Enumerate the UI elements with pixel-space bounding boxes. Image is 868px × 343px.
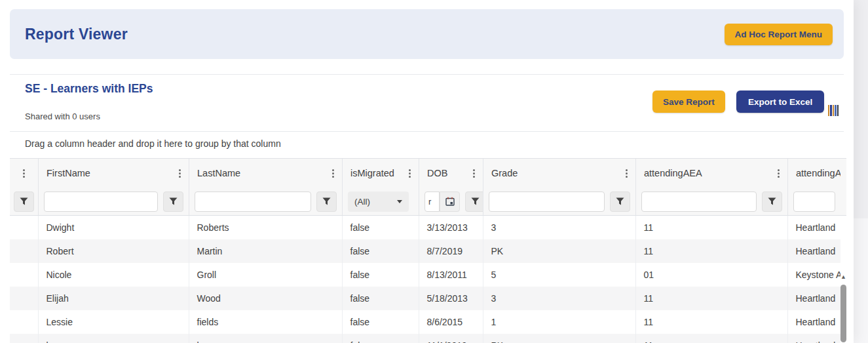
grid-cell: Roberts [189, 216, 342, 239]
column-header-grade[interactable]: Grade [483, 159, 635, 188]
ismigrated-filter-dropdown[interactable]: (All) [348, 192, 409, 212]
grid-cell: Heartland [787, 334, 840, 343]
grid-cell [10, 216, 38, 239]
table-row[interactable]: NicoleGrollfalse8/13/2011501Keystone A [10, 263, 840, 287]
column-label: Grade [491, 168, 518, 178]
table-row[interactable]: DwightRobertsfalse3/13/2013311Heartland [10, 216, 840, 239]
column-chooser-icon[interactable] [828, 105, 839, 116]
column-menu-icon[interactable] [407, 167, 412, 180]
report-title: SE - Learners with IEPs [25, 82, 153, 96]
shared-with-text: Shared with 0 users [25, 111, 100, 121]
grid-cell: Nicole [38, 263, 189, 287]
grid-cell: PK [483, 239, 635, 263]
save-report-button[interactable]: Save Report [652, 91, 725, 113]
column-header-ismigrated[interactable]: isMigrated [342, 159, 419, 188]
table-row[interactable]: RobertMartinfalse8/7/2019PK11Heartland [10, 239, 840, 263]
scrollbar-thumb[interactable] [840, 285, 846, 342]
firstname-filter-input[interactable] [44, 192, 158, 212]
grid-cell: Groll [189, 263, 342, 287]
grid-cell [10, 287, 38, 310]
grid-cell: Robert [38, 239, 189, 263]
attendingaea-filter-input[interactable] [641, 192, 757, 212]
grid-cell: 11 [635, 287, 787, 310]
column-menu-icon[interactable] [331, 167, 335, 180]
grid-cell: PK [483, 334, 635, 343]
row-menu-icon[interactable] [22, 167, 26, 180]
filter-row: (All) [10, 188, 840, 215]
column-label: attendingAEA [644, 168, 702, 178]
grid-cell: Heartland [787, 239, 840, 263]
grid-cell: false [342, 263, 419, 287]
vertical-scrollbar[interactable]: ▲ [840, 273, 846, 343]
column-menu-icon[interactable] [178, 167, 182, 180]
grid-cell: 8/13/2011 [419, 263, 483, 287]
grid-cell: 11/1/2019 [419, 334, 483, 343]
grid-cell: 11 [635, 239, 787, 263]
grid-cell: false [342, 287, 419, 310]
grid-cell: 8/7/2019 [419, 239, 483, 263]
column-header-attendingaea-name[interactable]: attendingA [787, 159, 840, 188]
filter-button[interactable] [163, 192, 183, 212]
filter-button[interactable] [610, 192, 630, 212]
grid-cell: Keystone A [787, 263, 840, 287]
grid-cell: false [342, 216, 419, 239]
header-row: FirstName LastName isMigrated DOB [10, 159, 840, 188]
grid-cell: 5/18/2013 [419, 287, 483, 310]
grid-body-viewport: DwightRobertsfalse3/13/2013311HeartlandR… [10, 216, 846, 343]
column-menu-icon[interactable] [472, 167, 476, 180]
filter-button[interactable] [762, 192, 782, 212]
table-row[interactable]: Lessiefieldsfalse8/6/2015111Heartland [10, 310, 840, 334]
chevron-down-icon [397, 200, 402, 203]
grid-cell: 3/13/2013 [419, 216, 483, 239]
grid-cell: 01 [635, 263, 787, 287]
calendar-icon[interactable] [440, 192, 460, 212]
grid-cell: fields [189, 310, 342, 334]
grid-cell: h [189, 334, 342, 343]
lastname-filter-input[interactable] [195, 192, 311, 212]
grid-cell: Martin [189, 239, 342, 263]
filter-button[interactable] [316, 192, 337, 212]
grid-cell [10, 263, 38, 287]
grid-cell: 8/6/2015 [419, 310, 483, 334]
grid-cell: 11 [635, 216, 787, 239]
grade-filter-input[interactable] [489, 192, 605, 212]
grid-cell: 3 [483, 287, 635, 310]
dob-filter-input[interactable] [425, 192, 440, 212]
table-row[interactable]: lhfalse11/1/2019PK11Heartland [10, 334, 840, 343]
column-header-attendingaea[interactable]: attendingAEA [635, 159, 787, 188]
table-row[interactable]: ElijahWoodfalse5/18/2013311Heartland [10, 287, 840, 310]
grid-cell: Heartland [787, 216, 840, 239]
column-menu-icon[interactable] [776, 167, 781, 180]
content-card: Report Viewer Ad Hoc Report Menu SE - Le… [0, 0, 854, 343]
divider [10, 131, 844, 132]
column-header-firstname[interactable]: FirstName [38, 159, 189, 188]
grid-cell: Wood [189, 287, 342, 310]
ad-hoc-report-menu-button[interactable]: Ad Hoc Report Menu [725, 24, 833, 45]
divider [10, 74, 844, 75]
column-label: DOB [427, 168, 447, 178]
export-to-excel-button[interactable]: Export to Excel [736, 91, 824, 113]
filter-button[interactable] [465, 192, 483, 212]
grid-cell: false [342, 334, 419, 343]
grid-cell: Dwight [38, 216, 189, 239]
column-label: LastName [197, 168, 240, 178]
scroll-up-icon[interactable]: ▲ [840, 274, 846, 280]
grid-cell: 11 [635, 310, 787, 334]
grid-cell: 1 [483, 310, 635, 334]
column-header-lastname[interactable]: LastName [189, 159, 342, 188]
grid-cell: 3 [483, 216, 635, 239]
attendingaea-name-filter-input[interactable] [793, 192, 835, 212]
grid-cell: Lessie [38, 310, 189, 334]
filter-button[interactable] [14, 192, 34, 212]
app-header: Report Viewer Ad Hoc Report Menu [10, 9, 844, 59]
grid-cell: false [342, 239, 419, 263]
grid-body: DwightRobertsfalse3/13/2013311HeartlandR… [10, 216, 840, 343]
grid-cell [10, 239, 38, 263]
dropdown-value: (All) [354, 197, 370, 207]
column-header-dob[interactable]: DOB [419, 159, 483, 188]
grid-cell: l [38, 334, 189, 343]
grid-cell: 5 [483, 263, 635, 287]
column-menu-icon[interactable] [624, 167, 629, 180]
column-label: attendingA [796, 168, 840, 178]
grid-cell: Heartland [787, 287, 840, 310]
